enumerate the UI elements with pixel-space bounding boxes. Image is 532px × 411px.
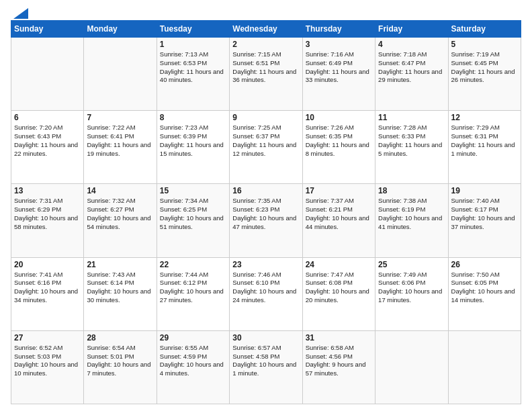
- day-info: Sunrise: 6:57 AM Sunset: 4:58 PM Dayligh…: [232, 344, 299, 378]
- day-number: 20: [14, 260, 81, 269]
- day-number: 30: [232, 333, 299, 342]
- day-info: Sunrise: 7:40 AM Sunset: 6:17 PM Dayligh…: [451, 197, 518, 231]
- day-number: 15: [160, 186, 226, 195]
- calendar-cell: 20Sunrise: 7:41 AM Sunset: 6:16 PM Dayli…: [11, 257, 84, 330]
- day-info: Sunrise: 7:18 AM Sunset: 6:47 PM Dayligh…: [378, 50, 445, 85]
- calendar-cell: 27Sunrise: 6:52 AM Sunset: 5:03 PM Dayli…: [11, 330, 84, 404]
- logo: [11, 7, 28, 16]
- calendar-cell: 10Sunrise: 7:26 AM Sunset: 6:35 PM Dayli…: [302, 111, 375, 184]
- day-number: 19: [451, 186, 518, 195]
- day-number: 1: [160, 40, 226, 49]
- day-number: 9: [232, 113, 299, 122]
- calendar-week-5: 27Sunrise: 6:52 AM Sunset: 5:03 PM Dayli…: [11, 330, 521, 404]
- weekday-header-monday: Monday: [84, 21, 157, 38]
- day-info: Sunrise: 7:25 AM Sunset: 6:37 PM Dayligh…: [232, 124, 299, 158]
- calendar-cell: 3Sunrise: 7:16 AM Sunset: 6:49 PM Daylig…: [302, 38, 375, 111]
- day-number: 8: [160, 113, 226, 122]
- day-info: Sunrise: 7:38 AM Sunset: 6:19 PM Dayligh…: [378, 197, 445, 231]
- day-number: 27: [14, 333, 81, 342]
- calendar-cell: 17Sunrise: 7:37 AM Sunset: 6:21 PM Dayli…: [302, 184, 375, 257]
- calendar-cell: 26Sunrise: 7:50 AM Sunset: 6:05 PM Dayli…: [448, 257, 521, 330]
- calendar-week-2: 6Sunrise: 7:20 AM Sunset: 6:43 PM Daylig…: [11, 111, 521, 184]
- calendar-cell: 28Sunrise: 6:54 AM Sunset: 5:01 PM Dayli…: [84, 330, 157, 404]
- day-info: Sunrise: 7:37 AM Sunset: 6:21 PM Dayligh…: [306, 197, 372, 231]
- calendar-cell: [84, 38, 157, 111]
- day-number: 18: [378, 186, 445, 195]
- calendar-cell: 7Sunrise: 7:22 AM Sunset: 6:41 PM Daylig…: [84, 111, 157, 184]
- day-number: 12: [451, 113, 518, 122]
- day-info: Sunrise: 7:15 AM Sunset: 6:51 PM Dayligh…: [232, 50, 299, 85]
- calendar-cell: [11, 38, 84, 111]
- day-number: 2: [232, 40, 299, 49]
- day-info: Sunrise: 6:58 AM Sunset: 4:56 PM Dayligh…: [306, 344, 372, 378]
- day-number: 16: [232, 186, 299, 195]
- day-info: Sunrise: 7:47 AM Sunset: 6:08 PM Dayligh…: [306, 271, 372, 305]
- calendar-cell: 9Sunrise: 7:25 AM Sunset: 6:37 PM Daylig…: [230, 111, 302, 184]
- day-info: Sunrise: 7:31 AM Sunset: 6:29 PM Dayligh…: [14, 197, 81, 231]
- calendar-cell: 6Sunrise: 7:20 AM Sunset: 6:43 PM Daylig…: [11, 111, 84, 184]
- day-info: Sunrise: 7:50 AM Sunset: 6:05 PM Dayligh…: [451, 271, 518, 305]
- weekday-header-saturday: Saturday: [448, 21, 521, 38]
- calendar-cell: 5Sunrise: 7:19 AM Sunset: 6:45 PM Daylig…: [448, 38, 521, 111]
- weekday-header-wednesday: Wednesday: [230, 21, 302, 38]
- calendar-cell: 15Sunrise: 7:34 AM Sunset: 6:25 PM Dayli…: [157, 184, 229, 257]
- day-info: Sunrise: 7:44 AM Sunset: 6:12 PM Dayligh…: [160, 271, 226, 305]
- day-info: Sunrise: 7:19 AM Sunset: 6:45 PM Dayligh…: [451, 50, 518, 85]
- day-info: Sunrise: 7:46 AM Sunset: 6:10 PM Dayligh…: [232, 271, 299, 305]
- day-number: 14: [87, 186, 153, 195]
- day-number: 17: [306, 186, 372, 195]
- day-number: 11: [378, 113, 445, 122]
- calendar-cell: 18Sunrise: 7:38 AM Sunset: 6:19 PM Dayli…: [375, 184, 448, 257]
- calendar-cell: 23Sunrise: 7:46 AM Sunset: 6:10 PM Dayli…: [230, 257, 302, 330]
- day-info: Sunrise: 7:20 AM Sunset: 6:43 PM Dayligh…: [14, 124, 81, 158]
- calendar-cell: 13Sunrise: 7:31 AM Sunset: 6:29 PM Dayli…: [11, 184, 84, 257]
- day-info: Sunrise: 7:16 AM Sunset: 6:49 PM Dayligh…: [306, 50, 372, 85]
- day-number: 31: [306, 333, 372, 342]
- weekday-header-thursday: Thursday: [302, 21, 375, 38]
- day-info: Sunrise: 7:49 AM Sunset: 6:06 PM Dayligh…: [378, 271, 445, 305]
- day-number: 23: [232, 260, 299, 269]
- day-number: 28: [87, 333, 153, 342]
- day-number: 21: [87, 260, 153, 269]
- calendar-cell: 25Sunrise: 7:49 AM Sunset: 6:06 PM Dayli…: [375, 257, 448, 330]
- calendar-cell: 12Sunrise: 7:29 AM Sunset: 6:31 PM Dayli…: [448, 111, 521, 184]
- calendar-cell: [448, 330, 521, 404]
- calendar-cell: 8Sunrise: 7:23 AM Sunset: 6:39 PM Daylig…: [157, 111, 229, 184]
- day-info: Sunrise: 7:13 AM Sunset: 6:53 PM Dayligh…: [160, 50, 226, 85]
- logo-icon: [13, 8, 28, 19]
- calendar-cell: 16Sunrise: 7:35 AM Sunset: 6:23 PM Dayli…: [230, 184, 302, 257]
- day-info: Sunrise: 7:43 AM Sunset: 6:14 PM Dayligh…: [87, 271, 153, 305]
- day-info: Sunrise: 7:32 AM Sunset: 6:27 PM Dayligh…: [87, 197, 153, 231]
- calendar-cell: 21Sunrise: 7:43 AM Sunset: 6:14 PM Dayli…: [84, 257, 157, 330]
- day-info: Sunrise: 7:26 AM Sunset: 6:35 PM Dayligh…: [306, 124, 372, 158]
- day-info: Sunrise: 6:54 AM Sunset: 5:01 PM Dayligh…: [87, 344, 153, 378]
- calendar-cell: 29Sunrise: 6:55 AM Sunset: 4:59 PM Dayli…: [157, 330, 229, 404]
- day-info: Sunrise: 7:23 AM Sunset: 6:39 PM Dayligh…: [160, 124, 226, 158]
- day-number: 29: [160, 333, 226, 342]
- day-info: Sunrise: 7:22 AM Sunset: 6:41 PM Dayligh…: [87, 124, 153, 158]
- calendar-cell: 14Sunrise: 7:32 AM Sunset: 6:27 PM Dayli…: [84, 184, 157, 257]
- day-number: 22: [160, 260, 226, 269]
- day-number: 24: [306, 260, 372, 269]
- calendar-week-4: 20Sunrise: 7:41 AM Sunset: 6:16 PM Dayli…: [11, 257, 521, 330]
- day-info: Sunrise: 7:41 AM Sunset: 6:16 PM Dayligh…: [14, 271, 81, 305]
- day-number: 4: [378, 40, 445, 49]
- calendar-cell: 2Sunrise: 7:15 AM Sunset: 6:51 PM Daylig…: [230, 38, 302, 111]
- day-number: 5: [451, 40, 518, 49]
- day-number: 7: [87, 113, 153, 122]
- calendar-header-row: SundayMondayTuesdayWednesdayThursdayFrid…: [11, 21, 521, 38]
- calendar-cell: 4Sunrise: 7:18 AM Sunset: 6:47 PM Daylig…: [375, 38, 448, 111]
- day-number: 13: [14, 186, 81, 195]
- svg-marker-0: [13, 8, 28, 19]
- calendar-cell: 19Sunrise: 7:40 AM Sunset: 6:17 PM Dayli…: [448, 184, 521, 257]
- weekday-header-tuesday: Tuesday: [157, 21, 229, 38]
- weekday-header-friday: Friday: [375, 21, 448, 38]
- calendar-cell: [375, 330, 448, 404]
- calendar-cell: 30Sunrise: 6:57 AM Sunset: 4:58 PM Dayli…: [230, 330, 302, 404]
- calendar-week-1: 1Sunrise: 7:13 AM Sunset: 6:53 PM Daylig…: [11, 38, 521, 111]
- day-number: 6: [14, 113, 81, 122]
- day-number: 10: [306, 113, 372, 122]
- day-info: Sunrise: 7:28 AM Sunset: 6:33 PM Dayligh…: [378, 124, 445, 158]
- day-info: Sunrise: 7:35 AM Sunset: 6:23 PM Dayligh…: [232, 197, 299, 231]
- calendar-table: SundayMondayTuesdayWednesdayThursdayFrid…: [11, 20, 521, 404]
